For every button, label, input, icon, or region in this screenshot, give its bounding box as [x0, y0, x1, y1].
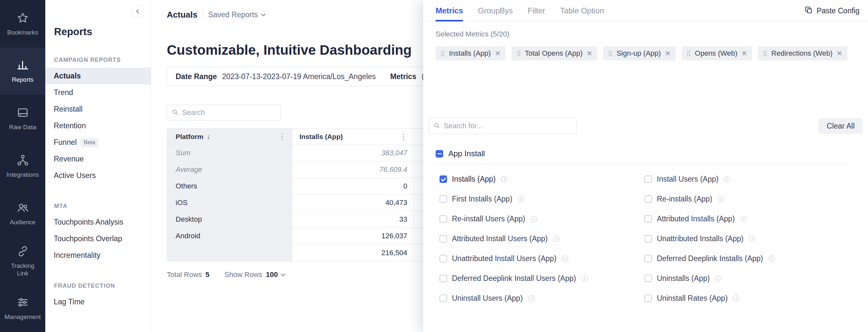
info-icon[interactable]	[769, 256, 775, 262]
selected-metric-chip[interactable]: Installs (App)	[436, 46, 506, 61]
chevron-down-icon	[261, 12, 266, 16]
selected-metric-chip[interactable]: Opens (Web)	[682, 46, 752, 61]
checkbox-icon[interactable]	[645, 295, 652, 302]
drag-handle-icon[interactable]	[441, 51, 445, 57]
drag-handle-icon[interactable]	[687, 51, 691, 57]
info-icon[interactable]	[724, 176, 730, 182]
checkbox-icon[interactable]	[645, 255, 652, 262]
checkbox-icon[interactable]	[645, 235, 652, 242]
checkbox-icon[interactable]	[645, 195, 652, 203]
sidebar-item-revenue[interactable]: Revenue	[45, 151, 151, 167]
clear-all-button[interactable]: Clear All	[818, 118, 863, 134]
info-icon[interactable]	[501, 176, 507, 182]
nav-item-management[interactable]: Management	[0, 285, 45, 332]
sidebar-item-touchpoints-overlap[interactable]: Touchpoints Overlap	[45, 230, 151, 247]
checkbox-icon[interactable]	[439, 275, 447, 282]
tab-metrics[interactable]: Metrics	[436, 0, 463, 21]
metric-option-unattributed-install-users-app[interactable]: Unattributed Install Users (App)	[439, 249, 588, 269]
info-icon[interactable]	[749, 236, 755, 242]
selected-metric-chip[interactable]: Sign-up (App)	[603, 46, 676, 61]
sidebar-item-incrementality[interactable]: Incrementality	[45, 247, 151, 264]
drag-handle-icon[interactable]	[517, 51, 521, 57]
metric-option-installs-app[interactable]: Installs (App)	[439, 169, 588, 189]
metric-option-first-installs-app[interactable]: First Installs (App)	[439, 189, 588, 209]
selected-metric-chip[interactable]: Redirections (Web)	[758, 46, 847, 61]
checkbox-icon[interactable]	[645, 175, 652, 183]
nav-item-reports[interactable]: Reports	[0, 47, 45, 95]
sidebar-item-actuals[interactable]: Actuals	[45, 68, 151, 84]
metric-option-deferred-deeplink-installs-app[interactable]: Deferred Deeplink Installs (App)	[645, 249, 775, 269]
info-icon[interactable]	[518, 196, 524, 202]
metric-option-uninstalls-app[interactable]: Uninstalls (App)	[645, 269, 775, 288]
tab-filter[interactable]: Filter	[528, 0, 545, 21]
remove-chip-icon[interactable]	[495, 49, 500, 58]
metric-search-input[interactable]	[444, 122, 572, 130]
metric-option-unattributed-installs-app[interactable]: Unattributed Installs (App)	[645, 229, 775, 249]
metric-option-deferred-deeplink-install-users-app[interactable]: Deferred Deeplink Install Users (App)	[439, 269, 588, 288]
column-header-installs[interactable]: Installs (App)	[292, 129, 414, 144]
checkbox-icon[interactable]	[439, 195, 447, 203]
sidebar-item-touchpoints-analysis[interactable]: Touchpoints Analysis	[45, 214, 151, 230]
column-header-platform[interactable]: Platform ↓	[167, 129, 292, 144]
info-icon[interactable]	[718, 196, 724, 202]
metric-option-uninstall-rates-app[interactable]: Uninstall Rates (App)	[645, 288, 775, 308]
metric-group-app-install[interactable]: App Install	[436, 149, 485, 158]
nav-item-bookmarks[interactable]: Bookmarks	[0, 0, 45, 47]
saved-reports-dropdown[interactable]: Saved Reports	[208, 10, 265, 19]
checkbox-checked-icon[interactable]	[439, 175, 447, 183]
date-range-label[interactable]: Date Range	[176, 72, 217, 81]
drag-handle-icon[interactable]	[608, 51, 612, 57]
sidebar-item-trend[interactable]: Trend	[45, 84, 151, 101]
date-range-value[interactable]: 2023-07-13-2023-07-19 America/Los_Angele…	[222, 72, 376, 81]
metric-option-uninstall-users-app[interactable]: Uninstall Users (App)	[439, 288, 588, 308]
info-icon[interactable]	[531, 216, 537, 222]
info-icon[interactable]	[740, 216, 746, 222]
selected-metric-chip[interactable]: Total Opens (App)	[512, 46, 597, 61]
metric-option-reinstall-users-app[interactable]: Re-install Users (App)	[439, 209, 588, 229]
checkbox-indeterminate-icon[interactable]	[436, 150, 443, 158]
sidebar-item-lag-time[interactable]: Lag Time	[45, 294, 151, 310]
info-icon[interactable]	[553, 236, 559, 242]
tab-table-option[interactable]: Table Option	[560, 0, 604, 21]
sidebar-item-funnel[interactable]: Funnel Beta	[45, 134, 151, 151]
info-icon[interactable]	[528, 295, 534, 301]
nav-item-raw-data[interactable]: Raw Data	[0, 95, 45, 142]
remove-chip-icon[interactable]	[742, 49, 747, 58]
divider	[436, 164, 850, 164]
column-menu-icon[interactable]	[400, 133, 407, 141]
column-menu-icon[interactable]	[278, 133, 286, 141]
checkbox-icon[interactable]	[439, 295, 447, 302]
remove-chip-icon[interactable]	[587, 49, 592, 58]
checkbox-icon[interactable]	[439, 255, 447, 262]
checkbox-icon[interactable]	[645, 215, 652, 223]
nav-item-tracking-link[interactable]: Tracking Link	[0, 237, 45, 285]
table-search-input[interactable]	[182, 108, 276, 117]
checkbox-icon[interactable]	[439, 235, 447, 242]
collapse-sidebar-button[interactable]	[132, 5, 144, 17]
nav-item-integrations[interactable]: Integrations	[0, 142, 45, 190]
info-icon[interactable]	[715, 275, 721, 281]
sort-desc-icon[interactable]: ↓	[207, 133, 210, 140]
paste-config-button[interactable]: Paste Config	[804, 0, 860, 22]
metric-option-reinstalls-app[interactable]: Re-installs (App)	[645, 189, 775, 209]
sidebar-item-retention[interactable]: Retention	[45, 118, 151, 134]
info-icon[interactable]	[582, 275, 588, 281]
info-icon[interactable]	[733, 295, 739, 301]
metric-option-install-users-app[interactable]: Install Users (App)	[645, 169, 775, 189]
table-footer: Total Rows 5 Show Rows 100	[167, 270, 285, 279]
metric-option-attributed-install-users-app[interactable]: Attributed Install Users (App)	[439, 229, 588, 249]
show-rows-select[interactable]: Show Rows 100	[224, 270, 285, 279]
sidebar-item-reinstall[interactable]: Reinstall	[45, 101, 151, 118]
sidebar-item-active-users[interactable]: Active Users	[45, 167, 151, 184]
tab-groupbys[interactable]: GroupBys	[478, 0, 513, 21]
checkbox-icon[interactable]	[439, 215, 447, 223]
nav-item-audience[interactable]: Audience	[0, 190, 45, 237]
metric-option-attributed-installs-app[interactable]: Attributed Installs (App)	[645, 209, 775, 229]
checkbox-icon[interactable]	[645, 275, 652, 282]
remove-chip-icon[interactable]	[665, 49, 670, 58]
info-icon[interactable]	[562, 256, 568, 262]
remove-chip-icon[interactable]	[837, 49, 842, 58]
chip-label: Sign-up (App)	[617, 49, 661, 58]
metrics-label[interactable]: Metrics	[390, 72, 416, 81]
drag-handle-icon[interactable]	[763, 51, 767, 57]
